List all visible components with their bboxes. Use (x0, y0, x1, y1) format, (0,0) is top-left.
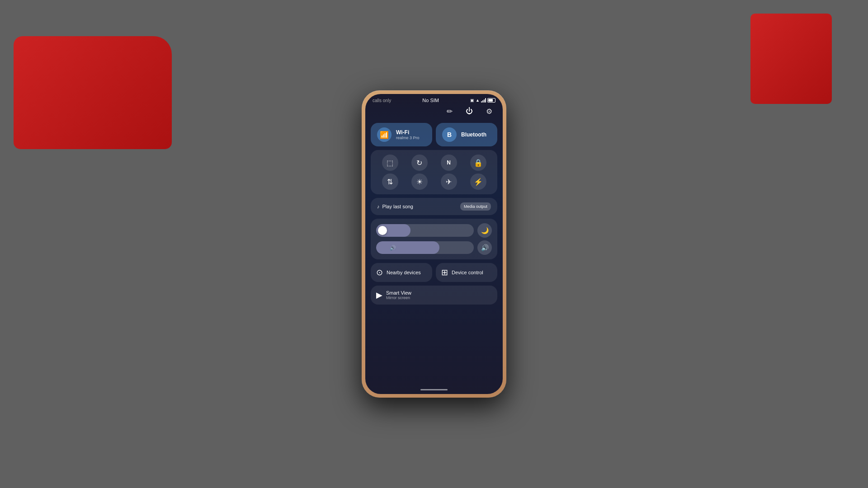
device-control-label: Device control (452, 270, 483, 275)
night-mode-icon: 🌙 (481, 227, 489, 234)
status-bar: calls only No SIM ▣ ▲ (365, 94, 503, 105)
background-scene: calls only No SIM ▣ ▲ (0, 0, 868, 488)
nav-pill (420, 389, 448, 390)
night-mode-button[interactable]: 🌙 (477, 223, 492, 238)
edit-icon[interactable]: ✏ (443, 105, 456, 117)
volume-fill (376, 241, 439, 254)
phone-body: calls only No SIM ▣ ▲ (362, 90, 506, 398)
battery-saver-icon[interactable]: ⚡ (470, 174, 486, 190)
primary-toggles-row: 📶 Wi-Fi realme 3 Pro B (371, 123, 497, 146)
device-control-icon: ⊞ (441, 267, 448, 277)
smart-view-title: Smart View (386, 290, 411, 296)
media-title: ♪ Play last song (377, 204, 413, 209)
brightness-thumb[interactable] (378, 226, 387, 235)
play-last-song-label: Play last song (382, 204, 413, 209)
status-icons: ▣ ▲ (470, 98, 495, 103)
media-player[interactable]: ♪ Play last song Media output (371, 198, 497, 215)
data-saver-icon[interactable]: ⇅ (382, 174, 398, 190)
bluetooth-toggle-info: Bluetooth (461, 131, 486, 138)
toy-scooter-decoration (750, 14, 832, 104)
status-no-sim: No SIM (422, 98, 439, 103)
battery-icon (487, 98, 495, 103)
settings-icon[interactable]: ⚙ (483, 105, 495, 117)
sliders-area: 🌙 🔊 🔊 (371, 219, 497, 259)
battery-fill (488, 99, 493, 102)
media-output-button[interactable]: Media output (460, 202, 491, 211)
brightness-slider-row: 🌙 (376, 223, 492, 238)
screen-lock-icon[interactable]: 🔒 (470, 155, 486, 171)
device-control-tile[interactable]: ⊞ Device control (436, 263, 497, 282)
nearby-devices-icon: ⊙ (376, 267, 383, 277)
bluetooth-toggle-icon: B (442, 127, 457, 142)
nearby-devices-tile[interactable]: ⊙ Nearby devices (371, 263, 432, 282)
rotation-icon[interactable]: ↻ (411, 155, 428, 171)
airplane-mode-icon[interactable]: ✈ (441, 174, 457, 190)
phone-screen: calls only No SIM ▣ ▲ (365, 94, 503, 394)
bottom-tiles-row: ⊙ Nearby devices ⊞ Device control (371, 263, 497, 282)
brightness-slider-track[interactable] (376, 224, 474, 237)
smart-view-info: Smart View Mirror screen (386, 290, 411, 300)
bluetooth-title: Bluetooth (461, 131, 486, 138)
sound-toggle-button[interactable]: 🔊 (477, 240, 492, 255)
flashlight-icon[interactable]: ☀ (411, 174, 428, 190)
volume-slider-track[interactable]: 🔊 (376, 241, 474, 254)
wifi-toggle-info: Wi-Fi realme 3 Pro (396, 129, 420, 140)
quick-tiles-grid: ⬚ ↻ N 🔒 (371, 150, 497, 194)
sim-icon: ▣ (470, 98, 474, 103)
toy-car-decoration (14, 36, 172, 149)
wifi-subtitle: realme 3 Pro (396, 136, 420, 140)
sound-icon: 🔊 (481, 244, 489, 251)
smart-view-tile[interactable]: ▶ Smart View Mirror screen (371, 286, 497, 305)
volume-slider-row: 🔊 🔊 (376, 240, 492, 255)
icon-row-1: ⬚ ↻ N 🔒 (375, 155, 493, 171)
wifi-title: Wi-Fi (396, 129, 420, 136)
nfc-icon[interactable]: N (441, 155, 457, 171)
icon-row-2: ⇅ ☀ ✈ ⚡ (375, 174, 493, 190)
wifi-toggle[interactable]: 📶 Wi-Fi realme 3 Pro (371, 123, 432, 146)
screenshot-icon[interactable]: ⬚ (382, 155, 398, 171)
volume-icon-label: 🔊 (390, 245, 396, 251)
quick-settings-panel: 📶 Wi-Fi realme 3 Pro B (365, 121, 503, 308)
smart-view-subtitle: Mirror screen (386, 296, 411, 300)
signal-icon (481, 98, 486, 103)
music-note-icon: ♪ (377, 204, 380, 209)
status-calls-only: calls only (373, 98, 391, 103)
wifi-status-icon: ▲ (476, 98, 480, 103)
nearby-devices-label: Nearby devices (387, 270, 421, 275)
top-actions-bar: ✏ ⏻ ⚙ (365, 105, 503, 121)
wifi-toggle-icon: 📶 (377, 127, 392, 142)
bluetooth-toggle[interactable]: B Bluetooth (436, 123, 497, 146)
power-icon[interactable]: ⏻ (463, 105, 476, 117)
smart-view-icon: ▶ (376, 290, 382, 300)
